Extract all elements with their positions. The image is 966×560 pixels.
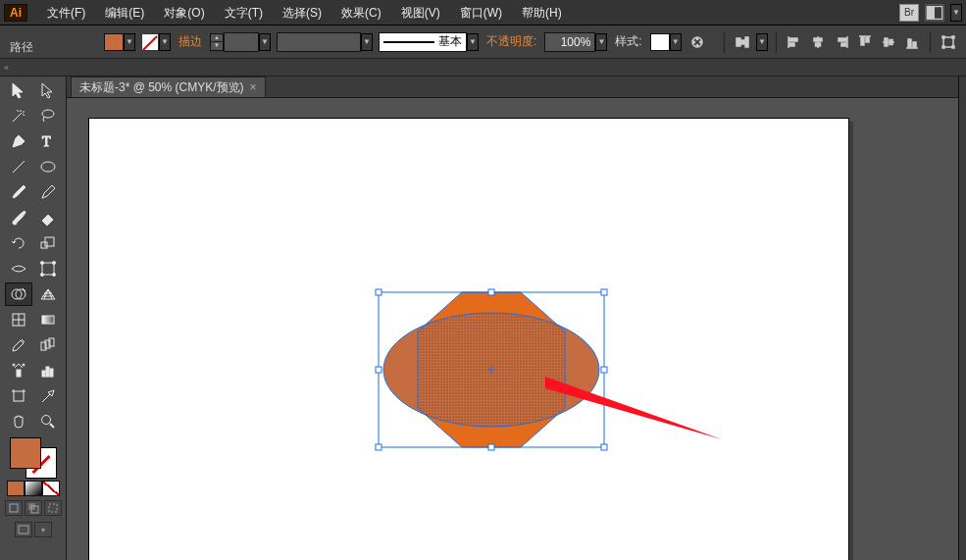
stroke-weight-caret[interactable] [259,33,271,51]
canvas[interactable] [67,98,958,560]
opacity-input[interactable]: 100% [544,32,595,52]
align-left-icon[interactable] [785,32,804,52]
style-swatch[interactable] [650,33,670,51]
width-profile-caret[interactable] [361,33,373,51]
fill-color-box[interactable] [10,437,41,469]
align-right-icon[interactable] [832,32,851,52]
color-mode-none[interactable] [42,481,60,496]
fill-caret[interactable] [124,33,135,51]
ellipse-tool[interactable] [34,155,62,178]
lasso-tool[interactable] [34,104,62,127]
menu-effect[interactable]: 效果(C) [331,0,391,25]
paintbrush-tool[interactable] [5,180,32,204]
stroke-swatch-none[interactable] [141,33,159,51]
svg-text:T: T [42,134,51,149]
selection-tool[interactable] [5,78,32,102]
align-top-icon[interactable] [855,32,875,52]
document-tab[interactable]: 未标题-3* @ 50% (CMYK/预览) × [71,76,266,97]
menu-window[interactable]: 窗口(W) [450,0,512,25]
draw-behind[interactable] [25,500,42,516]
eraser-tool[interactable] [34,206,62,229]
align-panel-icon[interactable] [733,32,752,52]
magic-wand-tool[interactable] [5,104,32,127]
document-tabs: 未标题-3* @ 50% (CMYK/预览) × [67,76,958,98]
screen-mode[interactable] [15,522,32,537]
align-bottom-icon[interactable] [902,32,922,52]
collapse-indicator[interactable]: « [4,63,9,73]
blend-tool[interactable] [34,333,62,357]
stroke-color-picker[interactable] [141,33,171,51]
symbol-sprayer-tool[interactable] [5,359,32,382]
align-vcenter-icon[interactable] [879,32,898,52]
rotate-tool[interactable] [5,231,32,255]
shape-builder-tool[interactable] [5,282,32,306]
menu-file[interactable]: 文件(F) [37,0,95,25]
menu-view[interactable]: 视图(V) [391,0,450,25]
free-transform-tool[interactable] [34,257,62,280]
stroke-weight-stepper[interactable]: ▲ ▼ [210,33,224,51]
scale-tool[interactable] [34,231,62,255]
opacity-caret[interactable] [595,33,607,51]
fill-swatch[interactable] [104,33,124,51]
workspace-switcher[interactable] [925,4,944,22]
width-profile-box[interactable] [277,32,361,52]
color-mode-gradient[interactable] [25,481,42,496]
recolor-art-icon[interactable] [687,32,707,52]
gradient-tool[interactable] [34,308,62,331]
artboard-tool[interactable] [5,384,32,408]
close-tab-icon[interactable]: × [250,80,257,94]
brush-definition[interactable]: 基本 [379,32,479,52]
svg-rect-78 [601,289,607,295]
menu-type[interactable]: 文字(T) [215,0,273,25]
stroke-label[interactable]: 描边 [177,33,204,50]
svg-point-6 [692,41,694,43]
screen-mode-caret[interactable]: ▾ [34,522,52,537]
right-panel-dock[interactable] [958,76,966,560]
workspace-caret[interactable] [950,4,962,22]
eyedropper-tool[interactable] [5,333,32,357]
brush-box[interactable]: 基本 [379,32,467,52]
width-tool[interactable] [5,257,32,280]
align-hcenter-icon[interactable] [808,32,828,52]
perspective-grid-tool[interactable] [34,282,62,306]
fill-color-picker[interactable] [104,33,135,51]
menu-help[interactable]: 帮助(H) [512,0,572,25]
pen-tool[interactable] [5,129,32,153]
align-caret[interactable] [756,33,768,51]
fill-stroke-indicator[interactable] [10,437,57,479]
blob-brush-tool[interactable] [5,206,32,229]
bridge-button[interactable]: Br [899,4,919,22]
draw-normal[interactable] [5,500,23,516]
opacity-label[interactable]: 不透明度: [484,33,538,50]
column-graph-tool[interactable] [34,359,62,382]
style-caret[interactable] [670,33,682,51]
menu-edit[interactable]: 编辑(E) [95,0,154,25]
svg-rect-59 [50,369,53,377]
variable-width-profile[interactable] [277,32,373,52]
line-tool[interactable] [5,155,32,178]
zoom-tool[interactable] [34,410,62,433]
stroke-weight-input[interactable] [224,32,259,52]
svg-rect-23 [885,38,888,46]
draw-inside[interactable] [44,500,62,516]
opacity-field[interactable]: 100% [544,32,607,52]
type-tool[interactable]: T [34,129,62,153]
brush-caret[interactable] [467,33,479,51]
menu-object[interactable]: 对象(O) [154,0,214,25]
color-mode-solid[interactable] [7,481,25,496]
pencil-tool[interactable] [34,180,62,204]
control-bar: 描边 ▲ ▼ 基本 不透明度: 100% 样式: [0,25,966,59]
direct-selection-tool[interactable] [34,78,62,102]
svg-rect-54 [17,370,21,377]
stroke-weight-field[interactable]: ▲ ▼ [210,32,271,52]
slice-tool[interactable] [34,384,62,408]
stroke-caret[interactable] [159,33,171,51]
mesh-tool[interactable] [5,308,32,331]
menu-select[interactable]: 选择(S) [273,0,331,25]
graphic-style[interactable] [650,33,682,51]
svg-point-4 [699,41,701,43]
hand-tool[interactable] [5,410,32,433]
transform-icon[interactable] [939,32,958,52]
svg-point-36 [41,162,55,172]
svg-point-55 [13,364,15,366]
